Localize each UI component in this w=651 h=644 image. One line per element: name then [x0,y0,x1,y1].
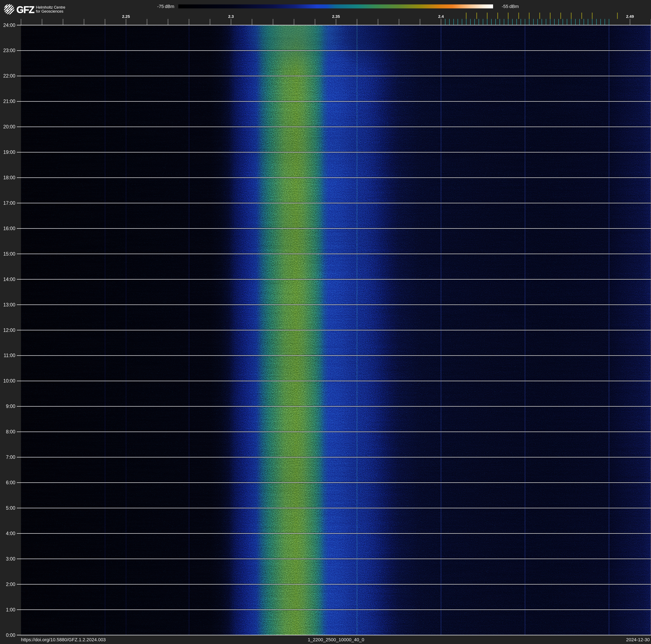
svg-text:15:00: 15:00 [3,251,15,257]
svg-text:2.49: 2.49 [626,14,634,19]
svg-text:16:00: 16:00 [3,226,15,231]
svg-text:24:00: 24:00 [3,23,15,28]
svg-text:-75 dBm: -75 dBm [157,4,174,9]
svg-text:5:00: 5:00 [6,505,15,511]
svg-text:18:00: 18:00 [3,175,15,180]
svg-text:GFZ: GFZ [17,4,34,15]
svg-text:19:00: 19:00 [3,149,15,155]
svg-text:14:00: 14:00 [3,276,15,282]
svg-text:1:00: 1:00 [6,607,15,612]
svg-text:21:00: 21:00 [3,98,15,104]
svg-text:9:00: 9:00 [6,404,15,409]
svg-text:2:00: 2:00 [6,582,15,587]
svg-text:8:00: 8:00 [6,429,15,435]
svg-text:2.3: 2.3 [228,14,234,19]
svg-text:-55 dBm: -55 dBm [502,4,519,9]
svg-text:13:00: 13:00 [3,302,15,308]
svg-text:0:00: 0:00 [6,633,15,638]
svg-text:22:00: 22:00 [3,73,15,79]
svg-text:2.35: 2.35 [332,14,340,19]
svg-text:10:00: 10:00 [3,378,15,384]
svg-text:12:00: 12:00 [3,327,15,333]
svg-text:17:00: 17:00 [3,200,15,206]
svg-text:11:00: 11:00 [4,353,15,358]
svg-text:1_2200_2500_10000_40_0: 1_2200_2500_10000_40_0 [308,637,364,642]
svg-text:4:00: 4:00 [6,531,15,536]
svg-text:for Geosciences: for Geosciences [36,9,63,13]
svg-text:2.25: 2.25 [122,14,130,19]
svg-text:6:00: 6:00 [6,480,15,485]
svg-text:Helmholtz Centre: Helmholtz Centre [36,5,65,9]
svg-text:20:00: 20:00 [3,124,15,129]
svg-text:https://doi.org/10.5880/GFZ.1.: https://doi.org/10.5880/GFZ.1.2.2024.003 [21,637,106,642]
svg-text:23:00: 23:00 [3,48,15,53]
svg-text:7:00: 7:00 [6,455,15,460]
svg-text:3:00: 3:00 [6,556,15,562]
svg-text:2024-12-30: 2024-12-30 [626,637,650,642]
svg-text:2.4: 2.4 [438,14,444,19]
